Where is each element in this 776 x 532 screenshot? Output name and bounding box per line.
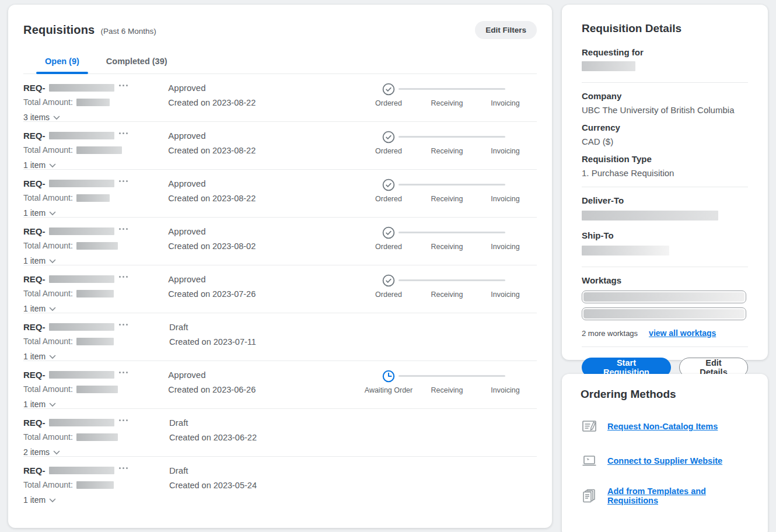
worktags-label: Worktags (582, 275, 748, 285)
worktags-field: Worktags 2 more worktags view all workta… (582, 275, 748, 338)
ordering-method-link[interactable]: Add from Templates and Requisitions (607, 487, 749, 505)
requisition-id-link[interactable]: REQ- (23, 322, 46, 332)
related-actions-icon[interactable] (119, 180, 128, 182)
progress-tracker: OrderedReceivingInvoicing (359, 274, 534, 302)
status-text: Approved (168, 370, 359, 380)
requesting-for-field: Requesting for (582, 47, 748, 74)
items-count-label: 1 item (23, 304, 46, 313)
redacted-value (49, 371, 114, 379)
tracker-step-label: Invoicing (476, 290, 534, 299)
requisition-row: REQ-Total Amount:1 itemDraftCreated on 2… (23, 457, 537, 505)
tracker-step-label: Receiving (418, 99, 476, 107)
progress-tracker: OrderedReceivingInvoicing (359, 131, 534, 159)
templates-stacked-pages-icon (581, 487, 598, 505)
edit-filters-button[interactable]: Edit Filters (475, 21, 537, 39)
related-actions-icon[interactable] (119, 132, 128, 134)
created-date-text: Created on 2023-06-22 (169, 433, 362, 442)
related-actions-icon[interactable] (119, 324, 128, 326)
tracker-step-label: Receiving (418, 290, 476, 299)
related-actions-icon[interactable] (119, 85, 128, 86)
tracker-step-label: Receiving (418, 243, 476, 251)
chevron-down-icon (49, 495, 56, 505)
status-text: Approved (168, 226, 359, 236)
requisition-id-link[interactable]: REQ- (23, 466, 46, 475)
chevron-down-icon (53, 112, 60, 123)
ship-to-label: Ship-To (582, 230, 748, 240)
related-actions-icon[interactable] (119, 467, 128, 469)
related-actions-icon[interactable] (119, 372, 128, 373)
items-expander[interactable]: 1 item (23, 256, 168, 266)
redacted-value (76, 99, 110, 106)
redacted-value (76, 194, 110, 202)
tab-open[interactable]: Open (9) (36, 51, 88, 74)
related-actions-icon[interactable] (119, 276, 128, 278)
redacted-value (49, 275, 114, 283)
created-date-text: Created on 2023-05-24 (169, 481, 362, 490)
requisitions-header: Requisitions (Past 6 Months) Edit Filter… (23, 5, 537, 39)
items-expander[interactable]: 1 item (23, 495, 169, 505)
items-expander[interactable]: 1 item (23, 208, 168, 218)
currency-field: Currency CAD ($) (582, 123, 748, 146)
items-expander[interactable]: 1 item (23, 351, 169, 362)
status-text: Approved (168, 131, 359, 141)
ordering-method-link[interactable]: Request Non-Catalog Items (607, 422, 718, 431)
ordering-method-item: Connect to Supplier Website (581, 452, 749, 470)
ordering-methods-list: Request Non-Catalog ItemsConnect to Supp… (581, 418, 749, 505)
related-actions-icon[interactable] (119, 419, 128, 421)
items-count-label: 1 item (23, 495, 46, 505)
requisition-id-link[interactable]: REQ- (23, 418, 46, 428)
requisition-row: REQ-Total Amount:1 itemDraftCreated on 2… (23, 313, 537, 361)
items-expander[interactable]: 3 items (23, 112, 168, 123)
chevron-down-icon (53, 447, 60, 457)
requisition-id-link[interactable]: REQ- (23, 370, 46, 380)
total-amount-label: Total Amount: (23, 480, 73, 489)
items-expander[interactable]: 1 item (23, 303, 168, 314)
clock-icon (382, 370, 395, 383)
requisition-id-link[interactable]: REQ- (23, 178, 46, 188)
redacted-value (582, 246, 669, 256)
section-divider (582, 187, 748, 187)
section-divider (582, 82, 748, 83)
tracker-step-label: Invoicing (476, 195, 534, 203)
requisition-row: REQ-Total Amount:1 itemApprovedCreated o… (23, 122, 537, 170)
items-expander[interactable]: 1 item (23, 160, 168, 170)
tracker-line (399, 136, 505, 138)
items-expander[interactable]: 2 items (23, 447, 169, 457)
requisition-row: REQ-Total Amount:1 itemApprovedCreated o… (23, 170, 537, 218)
status-text: Draft (169, 322, 362, 332)
status-text: Draft (169, 418, 362, 428)
requisition-row: REQ-Total Amount:1 itemApprovedCreated o… (23, 265, 537, 313)
items-count-label: 3 items (23, 113, 50, 122)
requisition-type-value: 1. Purchase Requisition (582, 168, 748, 178)
redacted-value (49, 180, 114, 187)
created-date-text: Created on 2023-06-26 (168, 385, 359, 394)
ordering-methods-title: Ordering Methods (581, 388, 749, 401)
requisition-id-link[interactable]: REQ- (23, 83, 46, 93)
chevron-down-icon (49, 208, 56, 218)
section-divider (582, 346, 748, 347)
requisition-id-link[interactable]: REQ- (23, 226, 46, 236)
tracker-step-label: Ordered (359, 290, 418, 299)
chevron-down-icon (49, 256, 56, 266)
chevron-down-icon (49, 160, 56, 170)
tracker-step-label: Receiving (418, 147, 476, 155)
requisition-row: REQ-Total Amount:1 itemApprovedCreated o… (23, 218, 537, 265)
requisition-type-label: Requisition Type (582, 154, 748, 164)
tab-completed[interactable]: Completed (39) (97, 51, 176, 74)
company-label: Company (582, 91, 748, 101)
deliver-to-field: Deliver-To (582, 195, 748, 223)
created-date-text: Created on 2023-07-11 (169, 337, 362, 346)
page-subtitle: (Past 6 Months) (100, 27, 156, 36)
chevron-down-icon (49, 399, 56, 410)
requisition-id-link[interactable]: REQ- (23, 274, 46, 284)
details-title: Requisition Details (582, 22, 748, 35)
redacted-value (76, 433, 118, 441)
view-all-worktags-link[interactable]: view all worktags (649, 328, 716, 338)
chevron-down-icon (49, 351, 56, 362)
items-expander[interactable]: 1 item (23, 399, 168, 410)
ordering-method-link[interactable]: Connect to Supplier Website (607, 456, 722, 466)
tracker-line (399, 279, 505, 281)
check-circle-icon (382, 83, 395, 96)
related-actions-icon[interactable] (119, 228, 128, 230)
requisition-id-link[interactable]: REQ- (23, 131, 46, 141)
